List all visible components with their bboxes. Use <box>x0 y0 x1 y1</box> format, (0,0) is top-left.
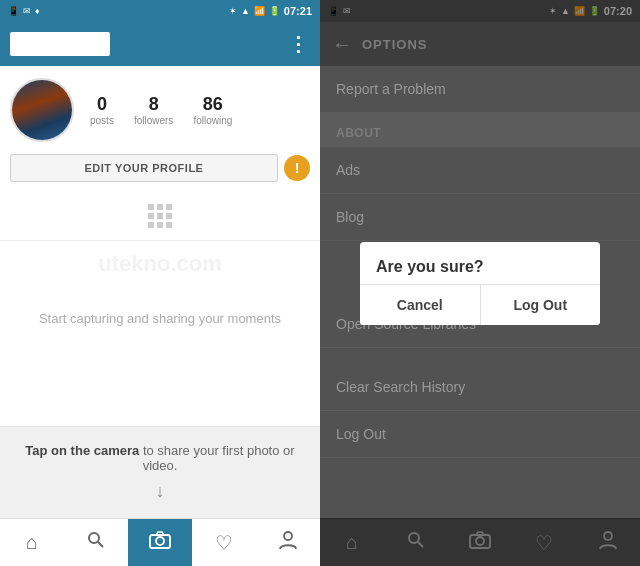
top-bar-left: ⋮ <box>0 22 320 66</box>
tap-camera-suffix: to share your first photo or video. <box>139 443 294 473</box>
logout-dialog-overlay: Are you sure? Cancel Log Out <box>320 0 640 566</box>
edit-profile-row: EDIT YOUR PROFILE ! <box>0 154 320 192</box>
posts-label: posts <box>90 115 114 126</box>
following-label: following <box>193 115 232 126</box>
svg-point-0 <box>89 533 99 543</box>
empty-message: Start capturing and sharing your moments <box>39 311 281 326</box>
logout-dialog: Are you sure? Cancel Log Out <box>360 242 600 325</box>
grid-view-icon[interactable] <box>148 204 172 228</box>
camera-icon <box>149 531 171 554</box>
dialog-buttons: Cancel Log Out <box>360 284 600 325</box>
grid-icon-row <box>0 192 320 241</box>
warning-icon: ! <box>284 155 310 181</box>
following-count: 86 <box>203 94 223 115</box>
posts-count: 0 <box>97 94 107 115</box>
more-menu-icon[interactable]: ⋮ <box>288 32 310 56</box>
svg-point-3 <box>156 537 164 545</box>
followers-stat: 8 followers <box>134 94 173 126</box>
username-box <box>10 32 110 56</box>
left-panel: 📱 ✉ ♦ ✶ ▲ 📶 🔋 07:21 ⋮ 0 posts 8 foll <box>0 0 320 566</box>
nav-heart[interactable]: ♡ <box>192 519 256 566</box>
posts-stat: 0 posts <box>90 94 114 126</box>
nav-camera[interactable] <box>128 519 192 566</box>
cancel-button[interactable]: Cancel <box>360 285 481 325</box>
svg-point-4 <box>284 532 292 540</box>
followers-count: 8 <box>149 94 159 115</box>
time-left: 07:21 <box>284 5 312 17</box>
following-stat: 86 following <box>193 94 232 126</box>
tap-camera-bold: Tap on the camera <box>25 443 139 458</box>
heart-icon: ♡ <box>215 531 233 555</box>
bottom-nav-left: ⌂ ♡ <box>0 518 320 566</box>
tap-camera-text: Tap on the camera to share your first ph… <box>20 443 300 473</box>
tap-camera-section: Tap on the camera to share your first ph… <box>0 426 320 518</box>
logout-button[interactable]: Log Out <box>481 285 601 325</box>
nav-profile[interactable] <box>256 519 320 566</box>
status-bar-left: 📱 ✉ ♦ ✶ ▲ 📶 🔋 07:21 <box>0 0 320 22</box>
profile-icon <box>279 530 297 555</box>
edit-profile-button[interactable]: EDIT YOUR PROFILE <box>10 154 278 182</box>
dialog-title: Are you sure? <box>360 242 600 284</box>
watermark: utekno.com <box>98 251 221 277</box>
empty-state: utekno.com Start capturing and sharing y… <box>0 241 320 426</box>
profile-section: 0 posts 8 followers 86 following <box>0 66 320 154</box>
home-icon: ⌂ <box>26 531 38 554</box>
followers-label: followers <box>134 115 173 126</box>
avatar <box>10 78 74 142</box>
svg-line-1 <box>98 542 103 547</box>
stats-row: 0 posts 8 followers 86 following <box>90 94 310 126</box>
search-icon <box>86 530 106 555</box>
nav-home[interactable]: ⌂ <box>0 519 64 566</box>
right-panel: 📱 ✉ ✶ ▲ 📶 🔋 07:20 ← OPTIONS Report a Pro… <box>320 0 640 566</box>
nav-search[interactable] <box>64 519 128 566</box>
status-icons-left: 📱 ✉ ♦ <box>8 6 40 16</box>
down-arrow-icon: ↓ <box>20 481 300 502</box>
